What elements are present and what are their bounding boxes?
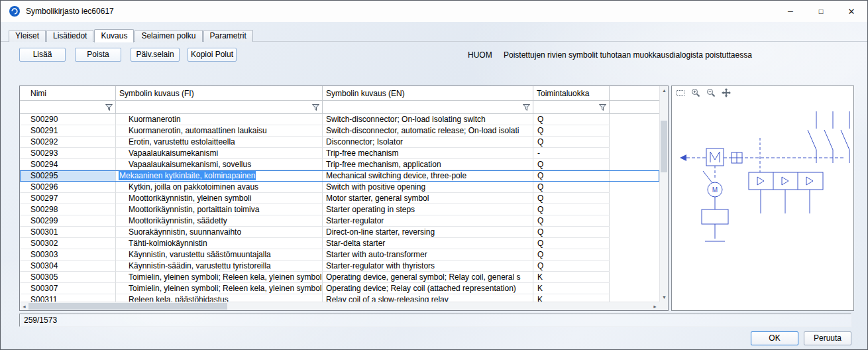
cell[interactable]: Switch-disconnector; On-load isolating s…: [323, 114, 533, 125]
scroll-down-arrow[interactable]: ▼: [660, 293, 669, 302]
scroll-left-arrow[interactable]: ◄: [20, 302, 28, 311]
cell[interactable]: S00302: [20, 238, 116, 249]
cell[interactable]: Q: [533, 114, 610, 125]
tab-selaimen-polku[interactable]: Selaimen polku: [135, 30, 202, 42]
table-row[interactable]: S00301Suorakäynnistin, suunnanvaihtoDire…: [20, 227, 659, 238]
copy-paths-button[interactable]: Kopioi Polut: [188, 48, 237, 62]
cell[interactable]: Starter with auto-transformer: [323, 249, 533, 261]
update-browser-button[interactable]: Päiv.selain: [131, 48, 180, 62]
table-row[interactable]: S00293VapaalaukaisumekanismiTrip-free me…: [20, 148, 659, 159]
scroll-up-arrow[interactable]: ▲: [660, 86, 669, 95]
tab-kuvaus[interactable]: Kuvaus: [94, 29, 134, 42]
vertical-scrollbar[interactable]: ▲ ▼: [659, 86, 668, 302]
cell[interactable]: S00294: [20, 159, 116, 170]
table-row[interactable]: S00297Moottorikäynnistin, yleinen symbol…: [20, 193, 659, 204]
cell[interactable]: Q: [533, 227, 610, 238]
table-row[interactable]: S00298Moottorikäynnistin, portaittain to…: [20, 204, 659, 215]
horizontal-scrollbar[interactable]: ◄ ►: [20, 302, 659, 310]
ok-button[interactable]: OK: [751, 331, 798, 345]
cell[interactable]: Kuormanerotin, automaattinen laukaisu: [116, 125, 323, 137]
cell[interactable]: Käynnistin, varustettu säästömuuntajalla: [116, 249, 323, 261]
close-button[interactable]: ✕: [836, 1, 867, 22]
cell[interactable]: S00299: [20, 215, 116, 227]
table-row[interactable]: S00305Toimielin, yleinen symboli; Releen…: [20, 272, 659, 283]
cell[interactable]: Moottorikäynnistin, portaittain toimiva: [116, 204, 323, 215]
table-row[interactable]: S00291Kuormanerotin, automaattinen lauka…: [20, 125, 659, 137]
table-row[interactable]: S00296Kytkin, joilla on pakkotoiminen av…: [20, 182, 659, 193]
zoom-in-icon[interactable]: [690, 88, 701, 98]
cell[interactable]: S00305: [20, 272, 116, 283]
cell[interactable]: K: [533, 283, 610, 294]
filter-cell-nimi[interactable]: [20, 101, 116, 114]
cell[interactable]: Suorakäynnistin, suunnanvaihto: [116, 227, 323, 238]
cell[interactable]: Kuormanerotin: [116, 114, 323, 125]
cancel-button[interactable]: Peruuta: [804, 331, 851, 345]
tab-lisatiedot[interactable]: Lisätiedot: [46, 30, 93, 42]
cell[interactable]: Operating device; Relay coil (attached r…: [323, 283, 533, 294]
cell[interactable]: Moottorikäynnistin, säädetty: [116, 215, 323, 227]
cell[interactable]: Q: [533, 215, 610, 227]
filter-cell-kuvaus-fi[interactable]: [116, 101, 323, 114]
filter-icon[interactable]: [598, 103, 607, 111]
table-row[interactable]: S00295Mekaaninen kytkinlaite, kolminapai…: [20, 170, 659, 182]
filter-icon[interactable]: [105, 103, 113, 111]
cell[interactable]: Q: [533, 193, 610, 204]
cell[interactable]: Toimielin, yleinen symboli; Releen kela,…: [116, 272, 323, 283]
pan-icon[interactable]: [721, 88, 732, 98]
cell[interactable]: Vapaalaukaisumekanismi: [116, 148, 323, 159]
cell[interactable]: Kytkin, joilla on pakkotoiminen avaus: [116, 182, 323, 193]
filter-cell-kuvaus-en[interactable]: [323, 101, 533, 114]
cell[interactable]: Moottorikäynnistin, yleinen symboli: [116, 193, 323, 204]
table-row[interactable]: S00307Toimielin, yleinen symboli; Releen…: [20, 283, 659, 294]
cell[interactable]: Switch-disconnector, automatic release; …: [323, 125, 533, 137]
table-row[interactable]: S00299Moottorikäynnistin, säädettyStarte…: [20, 215, 659, 227]
table-row[interactable]: S00304Käynnistin-säädin, varustettu tyri…: [20, 261, 659, 272]
tab-yleiset[interactable]: Yleiset: [9, 30, 46, 42]
cell[interactable]: S00291: [20, 125, 116, 137]
cell[interactable]: Releen kela, päästöhidastus: [116, 294, 323, 302]
filter-icon[interactable]: [311, 103, 320, 111]
cell[interactable]: S00304: [20, 261, 116, 272]
cell[interactable]: Starter-regulator with thyristors: [323, 261, 533, 272]
cell[interactable]: Mekaaninen kytkinlaite, kolminapainen: [116, 170, 323, 182]
tab-parametrit[interactable]: Parametrit: [203, 30, 253, 42]
vertical-scroll-thumb[interactable]: [661, 121, 667, 172]
cell[interactable]: S00311: [20, 294, 116, 302]
table-row[interactable]: S00294Vapaalaukaisumekanismi, sovellusTr…: [20, 159, 659, 170]
delete-button[interactable]: Poista: [75, 48, 121, 62]
cell[interactable]: Starter operating in steps: [323, 204, 533, 215]
cell[interactable]: K: [533, 272, 610, 283]
cell[interactable]: Toimielin, yleinen symboli; Releen kela,…: [116, 283, 323, 294]
table-row[interactable]: S00302Tähti-kolmiokäynnistinStar-delta s…: [20, 238, 659, 249]
cell[interactable]: Vapaalaukaisumekanismi, sovellus: [116, 159, 323, 170]
column-header-nimi[interactable]: Nimi: [20, 86, 116, 101]
cell[interactable]: Trip-free mechanism, application: [323, 159, 533, 170]
cell[interactable]: Mechanical switching device, three-pole: [323, 170, 533, 182]
cell[interactable]: Motor starter, general symbol: [323, 193, 533, 204]
cell[interactable]: Q: [533, 238, 610, 249]
minimize-button[interactable]: ─: [775, 1, 806, 22]
cell[interactable]: Starter-regulator: [323, 215, 533, 227]
cell[interactable]: Q: [533, 125, 610, 137]
table-row[interactable]: S00292Erotin, varustettu estolaitteellaD…: [20, 137, 659, 148]
cell[interactable]: S00295: [20, 170, 116, 182]
cell[interactable]: K: [533, 294, 610, 302]
cell[interactable]: Operating device, general symbol; Relay …: [323, 272, 533, 283]
cell[interactable]: S00293: [20, 148, 116, 159]
add-button[interactable]: Lisää: [19, 48, 66, 62]
cell[interactable]: Q: [533, 261, 610, 272]
cell[interactable]: S00297: [20, 193, 116, 204]
cell[interactable]: S00307: [20, 283, 116, 294]
table-row[interactable]: S00290KuormanerotinSwitch-disconnector; …: [20, 114, 659, 125]
cell[interactable]: Q: [533, 182, 610, 193]
cell[interactable]: Q: [533, 204, 610, 215]
scroll-right-arrow[interactable]: ►: [651, 302, 659, 311]
cell[interactable]: Erotin, varustettu estolaitteella: [116, 137, 323, 148]
cell[interactable]: -: [533, 148, 610, 159]
cell[interactable]: S00303: [20, 249, 116, 261]
filter-icon[interactable]: [522, 103, 531, 111]
table-row[interactable]: S00311Releen kela, päästöhidastusRelay c…: [20, 294, 659, 302]
column-header-kuvaus-fi[interactable]: Symbolin kuvaus (FI): [116, 86, 323, 101]
cell[interactable]: Käynnistin-säädin, varustettu tyristorei…: [116, 261, 323, 272]
cell[interactable]: S00296: [20, 182, 116, 193]
